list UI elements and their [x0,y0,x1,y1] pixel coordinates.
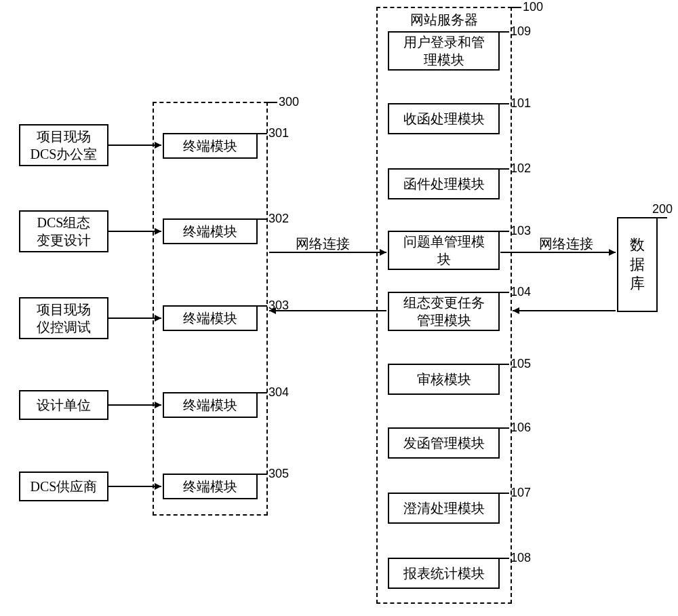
edge-label-net-conn-2: 网络连接 [539,235,593,253]
source-dcs-config-change: DCS组态 变更设计 [19,210,108,252]
label-105: 105 [511,357,531,371]
module-receive-letter: 收函处理模块 [388,103,500,134]
tick-304 [258,392,267,393]
label-301: 301 [268,126,289,140]
tick-104 [500,292,509,293]
module-user-login: 用户登录和管 理模块 [388,31,500,71]
tick-107 [500,493,509,494]
terminal-module-1: 终端模块 [163,133,258,159]
module-send-letter: 发函管理模块 [388,427,500,459]
label-108: 108 [511,551,531,565]
label-302: 302 [268,212,289,226]
module-audit: 审核模块 [388,364,500,395]
label-300: 300 [279,95,299,109]
label-303: 303 [268,299,289,313]
server-group-title: 网站服务器 [410,11,478,29]
module-report-stats: 报表统计模块 [388,558,500,589]
module-issue-manage: 问题单管理模 块 [388,231,500,270]
label-304: 304 [268,385,289,400]
source-instrument-debug: 项目现场 仪控调试 [19,297,108,339]
tick-101 [500,103,509,104]
database: 数 据 库 [617,217,658,312]
tick-102 [500,168,509,170]
terminal-module-2: 终端模块 [163,218,258,244]
label-102: 102 [511,161,531,176]
terminal-module-5: 终端模块 [163,474,258,499]
tick-303 [258,305,267,307]
label-100: 100 [523,0,543,14]
label-305: 305 [268,467,289,481]
tick-105 [500,364,509,365]
source-dcs-supplier: DCS供应商 [19,471,108,501]
tick-108 [500,558,509,559]
label-101: 101 [511,96,531,111]
terminal-module-3: 终端模块 [163,305,258,331]
module-letter-process: 函件处理模块 [388,168,500,199]
tick-103 [500,231,509,232]
tick-100 [512,7,521,8]
tick-305 [258,474,267,475]
label-109: 109 [511,24,531,39]
label-103: 103 [511,224,531,238]
label-104: 104 [511,285,531,299]
tick-106 [500,427,509,429]
terminal-module-4: 终端模块 [163,392,258,418]
edge-label-net-conn-1: 网络连接 [296,235,350,253]
tick-301 [258,133,267,134]
tick-302 [258,218,267,220]
label-107: 107 [511,486,531,500]
label-200: 200 [652,202,673,216]
module-config-change-task: 组态变更任务 管理模块 [388,292,500,331]
tick-200 [658,217,667,218]
label-106: 106 [511,421,531,435]
source-design-unit: 设计单位 [19,390,108,420]
tick-109 [500,31,509,33]
source-dcs-office: 项目现场 DCS办公室 [19,124,108,166]
tick-300 [268,102,277,103]
module-clarify: 澄清处理模块 [388,493,500,524]
